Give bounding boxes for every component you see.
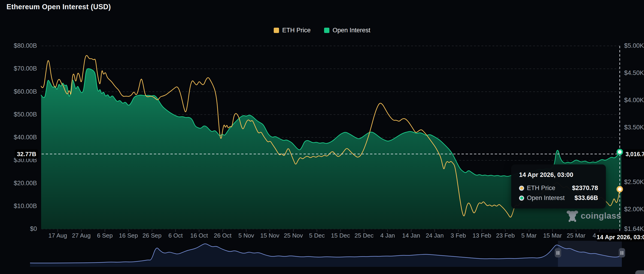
page-title: Ethereum Open Interest (USD) <box>6 3 111 11</box>
x-axis-tick: 16 Sep <box>119 232 138 239</box>
x-axis-tick: 6 Oct <box>168 232 183 239</box>
x-axis-tick: 3 Feb <box>451 232 466 239</box>
y-axis-left-tick: $80.00B <box>2 42 37 49</box>
tooltip-row-open-interest: Open Interest $33.66B <box>519 194 598 202</box>
x-axis-tick: 13 Feb <box>472 232 491 239</box>
tooltip-series-name: Open Interest <box>527 194 565 202</box>
navigator-left-handle[interactable] <box>555 248 561 257</box>
x-axis-tick: 16 Oct <box>190 232 208 239</box>
legend-label: Open Interest <box>333 27 370 34</box>
y-axis-right-tick: $3.50K <box>624 124 644 131</box>
y-axis-left-tick: $60.00B <box>2 88 37 95</box>
y-axis-right-tick: $1.64K <box>624 225 644 233</box>
crosshair-right-value-badge: 3,016.70 <box>624 149 644 159</box>
y-axis-right-tick: $2.00K <box>624 206 644 213</box>
x-axis-tick: 25 Nov <box>284 232 303 239</box>
legend: ETH Price Open Interest <box>0 27 644 34</box>
coinglass-watermark: coinglass <box>566 209 621 222</box>
open-interest-swatch-icon <box>324 28 330 33</box>
x-axis-tick: 17 Aug <box>48 232 67 239</box>
x-axis-tick: 4 Jan <box>380 232 395 239</box>
eth-price-dot-icon <box>519 186 524 191</box>
chart-page: Ethereum Open Interest (USD) ETH Price O… <box>0 0 644 274</box>
x-axis-tick: 26 Sep <box>142 232 162 239</box>
navigator-area <box>30 244 622 267</box>
x-axis-tick: 25 Mar <box>567 232 586 239</box>
navigator-right-handle[interactable] <box>619 248 625 257</box>
x-axis-tick: 26 Oct <box>214 232 232 239</box>
coinglass-wordmark: coinglass <box>581 211 621 221</box>
eth-price-marker <box>617 187 622 192</box>
y-axis-left-tick: $10.00B <box>2 202 37 210</box>
x-axis-tick: 27 Aug <box>72 232 91 239</box>
legend-item-open-interest[interactable]: Open Interest <box>324 27 370 34</box>
x-axis-tick: 24 Jan <box>426 232 444 239</box>
x-axis-tick: 15 Dec <box>331 232 350 239</box>
tooltip-series-value: $33.66B <box>574 194 598 202</box>
y-axis-left-tick: $40.00B <box>2 134 37 141</box>
open-interest-dot-icon <box>519 196 524 201</box>
coinglass-mascot-icon <box>566 209 578 222</box>
x-axis-tick: 5 Dec <box>309 232 325 239</box>
tooltip-series-name: ETH Price <box>527 184 555 192</box>
tooltip-series-value: $2370.78 <box>572 184 598 192</box>
x-axis-tick: 15 Nov <box>260 232 279 239</box>
crosshair-date-badge: 14 Apr 2026, 03:00 <box>596 233 644 242</box>
tooltip: 14 Apr 2026, 03:00 ETH Price $2370.78 Op… <box>511 164 606 209</box>
y-axis-right-tick: $4.00K <box>624 97 644 104</box>
y-axis-left-tick: $70.00B <box>2 65 37 72</box>
tooltip-title: 14 Apr 2026, 03:00 <box>519 171 598 178</box>
y-axis-left-tick: $20.00B <box>2 180 37 187</box>
tooltip-row-eth-price: ETH Price $2370.78 <box>519 184 598 192</box>
legend-item-eth-price[interactable]: ETH Price <box>274 27 311 34</box>
y-axis-left-tick: $50.00B <box>2 111 37 118</box>
x-axis-tick: 25 Dec <box>354 232 374 239</box>
y-axis-right-tick: $2.50K <box>624 178 644 186</box>
eth-price-swatch-icon <box>274 28 279 33</box>
x-axis-tick: 5 Mar <box>521 232 536 239</box>
y-axis-left-tick: $0 <box>2 225 37 233</box>
legend-label: ETH Price <box>282 27 311 34</box>
x-axis-tick: 15 Mar <box>543 232 562 239</box>
crosshair-left-value-badge: 32.77B <box>15 149 38 159</box>
y-axis-right-tick: $4.50K <box>624 69 644 77</box>
x-axis-tick: 5 Nov <box>238 232 254 239</box>
open-interest-marker <box>617 149 622 154</box>
navigator-selected-range <box>558 241 622 267</box>
corner-scroll-pill[interactable] <box>635 270 644 274</box>
x-axis-tick: 6 Sep <box>97 232 113 239</box>
y-axis-right-tick: $5.00K <box>624 42 644 49</box>
x-axis-tick: 23 Feb <box>496 232 515 239</box>
x-axis-tick: 14 Jan <box>402 232 420 239</box>
